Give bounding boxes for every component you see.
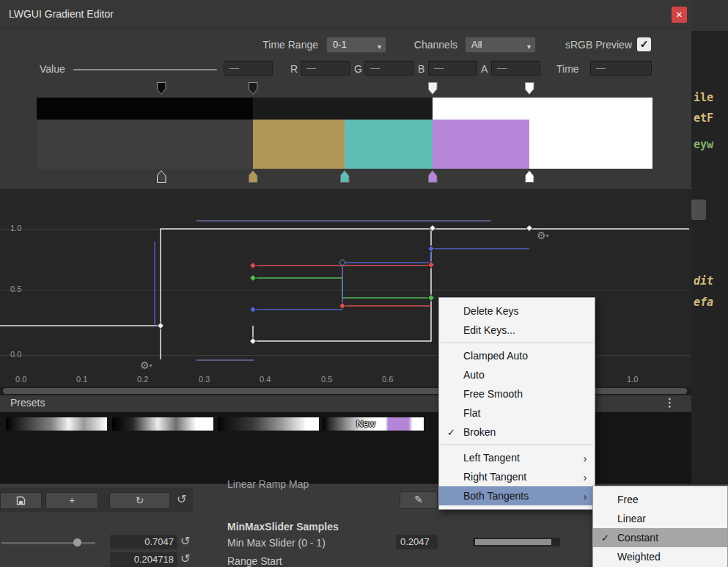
gear-dropdown-arrow-icon: ▾ <box>150 362 152 369</box>
preset-name-label: New <box>356 418 375 429</box>
menu-item-right-tangent[interactable]: Right Tangent› <box>439 467 595 486</box>
curve-key[interactable] <box>250 338 257 345</box>
add-preset-button[interactable]: + <box>45 492 98 509</box>
save-icon <box>16 496 26 505</box>
time-range-label: Time Range <box>254 39 318 51</box>
channels-label: Channels <box>402 39 457 51</box>
time-field[interactable]: — <box>590 61 652 76</box>
refresh-button[interactable]: ↻ <box>109 492 170 509</box>
curve-key[interactable] <box>250 275 257 282</box>
menu-item-free[interactable]: Free <box>593 490 727 509</box>
r-field[interactable]: — <box>301 61 350 76</box>
curve-key[interactable] <box>428 295 435 301</box>
menu-item-auto[interactable]: Auto <box>439 365 595 384</box>
inspector-slider-handle[interactable] <box>73 538 81 546</box>
gradient-edit-button[interactable]: ✎ <box>400 491 438 509</box>
menu-item-label: Flat <box>463 407 576 419</box>
menu-item-constant[interactable]: ✓Constant <box>593 528 727 547</box>
alpha-key-marker[interactable] <box>249 82 258 95</box>
chevron-down-icon: ▾ <box>527 40 531 54</box>
x-axis-label: 0.1 <box>76 375 87 384</box>
inspector-section-title: MinMaxSlider Samples <box>227 521 339 533</box>
range-start-label: Range Start <box>227 555 282 567</box>
curve-settings-gear[interactable]: ⚙▾ <box>140 359 152 372</box>
x-axis-label: 0.4 <box>260 375 271 384</box>
alpha-key-row[interactable] <box>37 82 652 95</box>
curve-settings-gear[interactable]: ⚙▾ <box>537 230 549 242</box>
a-field[interactable]: — <box>491 61 540 76</box>
value-slider[interactable] <box>73 69 217 70</box>
gradient-alpha-strip[interactable] <box>37 98 652 120</box>
menu-item-weighted[interactable]: Weighted <box>593 547 727 566</box>
srgb-preview-label: sRGB Preview <box>563 39 632 51</box>
save-preset-button[interactable] <box>0 492 42 509</box>
menu-item-label: Weighted <box>617 551 708 563</box>
preset-swatch[interactable] <box>112 417 213 431</box>
menu-item-edit-keys[interactable]: Edit Keys... <box>439 321 595 340</box>
color-key-row[interactable] <box>37 170 652 183</box>
preset-swatch[interactable]: New <box>323 417 424 431</box>
menu-item-label: Delete Keys <box>463 305 576 317</box>
gradient-alpha-segment <box>37 98 253 120</box>
color-key-marker[interactable] <box>249 170 258 183</box>
b-field[interactable]: — <box>428 61 477 76</box>
color-key-marker[interactable] <box>525 170 534 183</box>
value-field[interactable]: — <box>224 61 273 76</box>
y-axis-label: 1.0 <box>10 224 21 233</box>
window-titlebar[interactable]: LWGUI Gradient Editor × <box>0 0 691 29</box>
menu-item-delete-keys[interactable]: Delete Keys <box>439 301 595 321</box>
menu-item-left-tangent[interactable]: Left Tangent› <box>439 448 595 467</box>
g-label: G <box>354 63 362 75</box>
curve-key[interactable] <box>430 225 436 232</box>
menu-item-label: Edit Keys... <box>463 324 576 336</box>
alpha-key-marker[interactable] <box>428 82 438 95</box>
menu-separator <box>441 343 593 343</box>
curve-key[interactable] <box>250 263 257 269</box>
close-button[interactable]: × <box>672 7 687 23</box>
inspector-value-field[interactable]: 0.7047 <box>110 535 177 549</box>
color-key-marker[interactable] <box>157 170 166 183</box>
channels-dropdown[interactable]: All ▾ <box>465 37 536 53</box>
srgb-preview-checkbox[interactable]: ✓ <box>637 37 651 51</box>
menu-item-broken[interactable]: ✓Broken <box>439 422 595 442</box>
tangent-submenu: FreeLinear✓ConstantWeighted <box>592 486 728 567</box>
curve-key[interactable] <box>158 323 164 329</box>
alpha-key-color <box>249 83 257 94</box>
time-range-dropdown[interactable]: 0-1 ▾ <box>326 37 386 53</box>
minmax-value-field[interactable]: 0.2047 <box>396 535 438 549</box>
code-scrollbar-thumb[interactable] <box>691 200 706 220</box>
inspector-value-field[interactable]: 0.204718 <box>110 552 177 567</box>
menu-item-label: Clamped Auto <box>463 350 576 362</box>
code-text-fragment: eyw <box>694 138 713 151</box>
menu-item-linear[interactable]: Linear <box>593 509 727 528</box>
color-key-marker[interactable] <box>428 170 438 183</box>
revert-icon[interactable]: ↺ <box>177 494 186 505</box>
preset-swatch[interactable] <box>218 417 319 431</box>
alpha-key-marker[interactable] <box>157 82 166 95</box>
code-text-fragment: etF <box>694 111 713 125</box>
value-label: Value <box>40 63 65 75</box>
menu-item-both-tangents[interactable]: Both Tangents› <box>439 486 595 505</box>
curve-key[interactable] <box>428 246 435 252</box>
g-field[interactable]: — <box>364 61 413 76</box>
gradient-color-segment <box>433 120 529 169</box>
menu-item-clamped-auto[interactable]: Clamped Auto <box>439 346 595 365</box>
b-label: B <box>418 63 424 75</box>
curve-key[interactable] <box>526 225 533 232</box>
menu-item-flat[interactable]: Flat <box>439 403 595 422</box>
revert-icon[interactable]: ↺ <box>180 553 190 565</box>
ramp-map-label: Linear Ramp Map <box>227 478 309 490</box>
color-key-color <box>341 171 349 182</box>
curve-key[interactable] <box>339 260 346 266</box>
menu-item-label: Linear <box>617 513 708 524</box>
minmax-slider-range[interactable] <box>475 539 551 545</box>
color-key-marker[interactable] <box>340 170 350 183</box>
gradient-color-strip[interactable] <box>37 120 652 169</box>
revert-icon[interactable]: ↺ <box>180 535 190 547</box>
menu-item-free-smooth[interactable]: Free Smooth <box>439 384 595 403</box>
curve-key[interactable] <box>339 303 346 310</box>
alpha-key-marker[interactable] <box>525 82 534 95</box>
curve-key[interactable] <box>250 307 257 313</box>
kebab-menu-icon[interactable]: ⋮ <box>664 396 675 409</box>
preset-swatch[interactable] <box>6 417 107 431</box>
